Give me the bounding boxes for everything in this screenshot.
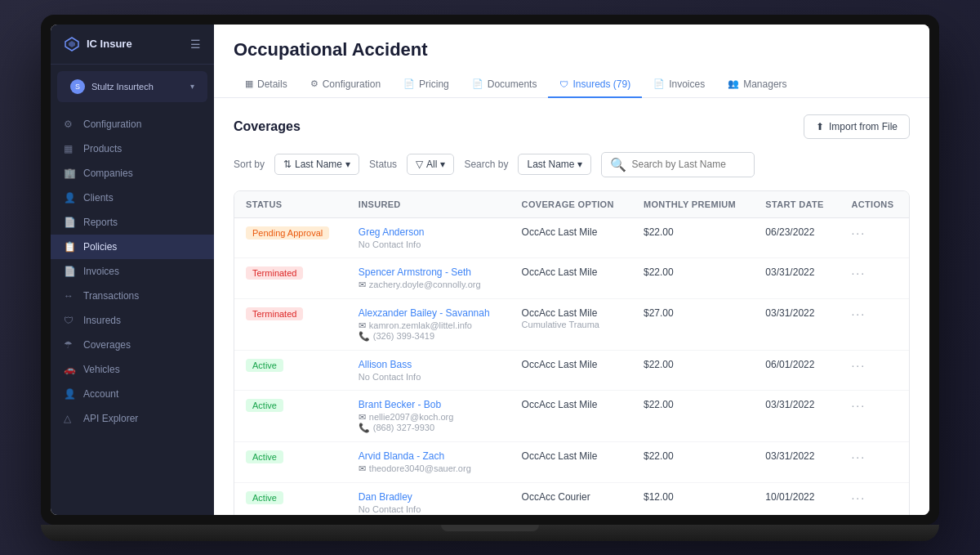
table-body: Pending Approval Greg Anderson No Contac… bbox=[234, 217, 909, 515]
account-nav-label: Account bbox=[83, 388, 118, 400]
policies-nav-label: Policies bbox=[83, 241, 117, 253]
sidebar-item-invoices[interactable]: 📄 Invoices bbox=[51, 259, 214, 284]
sidebar-item-clients[interactable]: 👤 Clients bbox=[51, 186, 214, 210]
insured-name[interactable]: Allison Bass bbox=[359, 359, 499, 370]
sidebar-item-reports[interactable]: 📄 Reports bbox=[51, 210, 214, 235]
actions-menu-button[interactable]: ··· bbox=[851, 359, 866, 372]
laptop-base bbox=[41, 525, 939, 541]
sidebar-item-vehicles[interactable]: 🚗 Vehicles bbox=[51, 357, 214, 382]
search-input[interactable] bbox=[631, 159, 746, 170]
table-row: Active Arvid Blanda - Zach ✉theodore3040… bbox=[234, 441, 909, 482]
sidebar-item-coverages[interactable]: ☂ Coverages bbox=[51, 333, 214, 357]
sort-by-button[interactable]: ⇅ Last Name ▾ bbox=[274, 154, 359, 175]
insured-name[interactable]: Arvid Blanda - Zach bbox=[359, 450, 499, 462]
tab-documents[interactable]: 📄 Documents bbox=[461, 72, 549, 98]
invoices-nav-icon: 📄 bbox=[64, 266, 75, 277]
start-date-value: 03/31/2022 bbox=[765, 266, 814, 278]
invoices-tab-icon: 📄 bbox=[653, 78, 665, 89]
premium-cell: $22.00 bbox=[632, 390, 754, 441]
email-icon: ✉ bbox=[359, 412, 366, 423]
premium-value: $27.00 bbox=[644, 307, 674, 319]
actions-cell: ··· bbox=[840, 217, 909, 257]
contact-email: kamron.zemlak@littel.info bbox=[369, 320, 472, 330]
configuration-tab-label: Configuration bbox=[323, 78, 381, 90]
actions-menu-button[interactable]: ··· bbox=[851, 266, 866, 280]
coverage-cell: OccAcc Last Mile bbox=[510, 257, 632, 298]
documents-tab-label: Documents bbox=[488, 78, 537, 90]
search-input-wrap: 🔍 bbox=[601, 152, 755, 177]
details-tab-label: Details bbox=[257, 78, 287, 90]
sidebar-org[interactable]: S Stultz Insurtech ▾ bbox=[57, 71, 207, 102]
contact-info: ✉kamron.zemlak@littel.info bbox=[359, 320, 499, 331]
status-filter-button[interactable]: ▽ All ▾ bbox=[407, 154, 454, 175]
pricing-tab-icon: 📄 bbox=[403, 78, 415, 89]
policies-nav-icon: 📋 bbox=[64, 241, 75, 253]
documents-tab-icon: 📄 bbox=[472, 78, 483, 89]
api-explorer-nav-icon: △ bbox=[64, 413, 75, 424]
sidebar-item-transactions[interactable]: ↔ Transactions bbox=[51, 284, 214, 308]
vehicles-nav-label: Vehicles bbox=[83, 364, 120, 375]
status-value: All bbox=[426, 159, 437, 170]
insured-name[interactable]: Brant Becker - Bob bbox=[359, 399, 499, 410]
premium-cell: $22.00 bbox=[632, 350, 754, 390]
coverage-option: OccAcc Courier bbox=[522, 491, 590, 503]
table-header-row: Status Insured Coverage Option Monthly P… bbox=[234, 191, 909, 218]
premium-cell: $22.00 bbox=[632, 217, 754, 257]
section-title: Coverages bbox=[234, 119, 301, 134]
status-badge: Active bbox=[246, 450, 283, 463]
tab-managers[interactable]: 👥 Managers bbox=[716, 72, 798, 98]
org-chevron-icon: ▾ bbox=[190, 82, 194, 91]
insured-name[interactable]: Greg Anderson bbox=[359, 226, 499, 238]
tab-insureds[interactable]: 🛡 Insureds (79) bbox=[548, 72, 642, 98]
actions-menu-button[interactable]: ··· bbox=[851, 226, 866, 239]
col-start-date: Start Date bbox=[754, 191, 840, 218]
org-name: Stultz Insurtech bbox=[91, 82, 154, 92]
status-cell: Active bbox=[234, 441, 347, 482]
actions-cell: ··· bbox=[840, 441, 909, 482]
start-date-cell: 06/23/2022 bbox=[754, 217, 840, 257]
start-date-value: 03/31/2022 bbox=[765, 307, 814, 319]
search-by-button[interactable]: Last Name ▾ bbox=[518, 154, 591, 175]
actions-menu-button[interactable]: ··· bbox=[851, 491, 866, 504]
status-label: Status bbox=[369, 159, 397, 170]
coverage-cell: OccAcc Courier bbox=[510, 482, 632, 515]
laptop-screen: IC Insure ☰ S Stultz Insurtech ▾ ⚙ Confi… bbox=[41, 15, 939, 525]
tab-details[interactable]: ▦ Details bbox=[234, 72, 299, 98]
actions-menu-button[interactable]: ··· bbox=[851, 399, 866, 412]
contact-phone: (326) 399-3419 bbox=[373, 331, 434, 341]
start-date-value: 10/01/2022 bbox=[765, 491, 814, 503]
actions-menu-button[interactable]: ··· bbox=[851, 450, 866, 463]
start-date-cell: 03/31/2022 bbox=[754, 441, 840, 482]
org-avatar: S bbox=[70, 79, 85, 94]
section-header: Coverages ⬆ Import from File bbox=[234, 114, 910, 139]
import-from-file-button[interactable]: ⬆ Import from File bbox=[804, 114, 910, 139]
actions-menu-button[interactable]: ··· bbox=[851, 307, 866, 320]
hamburger-icon[interactable]: ☰ bbox=[190, 38, 201, 51]
no-contact-label: No Contact Info bbox=[359, 372, 421, 382]
table-row: Terminated Spencer Armstrong - Seth ✉zac… bbox=[234, 257, 909, 298]
insured-name[interactable]: Spencer Armstrong - Seth bbox=[359, 266, 499, 278]
configuration-nav-icon: ⚙ bbox=[64, 119, 75, 130]
coverages-nav-label: Coverages bbox=[83, 339, 131, 351]
sidebar-item-api-explorer[interactable]: △ API Explorer bbox=[51, 406, 214, 431]
coverage-cell: OccAcc Last Mile bbox=[510, 390, 632, 441]
col-status: Status bbox=[234, 191, 347, 218]
contact-phone-info: 📞(326) 399-3419 bbox=[359, 331, 499, 342]
sidebar-item-companies[interactable]: 🏢 Companies bbox=[51, 161, 214, 186]
sidebar-item-account[interactable]: 👤 Account bbox=[51, 382, 214, 406]
tab-configuration[interactable]: ⚙ Configuration bbox=[299, 72, 392, 98]
sidebar-item-policies[interactable]: 📋 Policies bbox=[51, 235, 214, 259]
contact-email: zachery.doyle@connolly.org bbox=[369, 280, 481, 289]
insured-name[interactable]: Alexzander Bailey - Savannah bbox=[359, 307, 499, 319]
sidebar-item-insureds[interactable]: 🛡 Insureds bbox=[51, 308, 214, 333]
tab-invoices[interactable]: 📄 Invoices bbox=[642, 72, 716, 98]
sidebar-item-configuration[interactable]: ⚙ Configuration bbox=[51, 112, 214, 137]
screen-inner: IC Insure ☰ S Stultz Insurtech ▾ ⚙ Confi… bbox=[51, 25, 929, 515]
sort-value: Last Name bbox=[295, 159, 342, 170]
start-date-value: 03/31/2022 bbox=[765, 450, 814, 462]
status-cell: Active bbox=[234, 350, 347, 390]
sidebar-item-products[interactable]: ▦ Products bbox=[51, 137, 214, 161]
insured-name[interactable]: Dan Bradley bbox=[359, 491, 499, 503]
actions-cell: ··· bbox=[840, 257, 909, 298]
tab-pricing[interactable]: 📄 Pricing bbox=[392, 72, 461, 98]
